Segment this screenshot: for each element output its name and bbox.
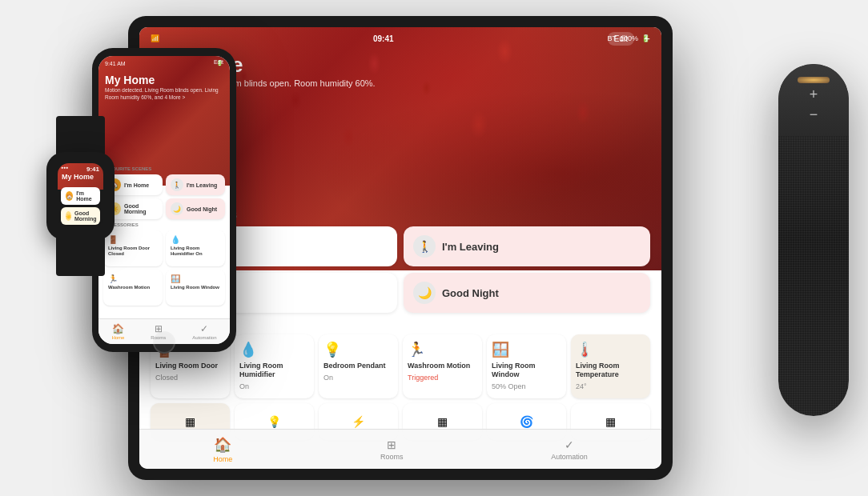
watch-screen: ●●● 9:41 My Home 🏠 I'm Home ☀️ Good Morn…: [58, 163, 103, 229]
iphone-leaving-name: I'm Leaving: [187, 182, 217, 188]
motion-status: Triggered: [408, 374, 477, 382]
iphone-acc-humidifier[interactable]: 💧 Living Room Humidifier On: [166, 230, 225, 266]
iphone-tab-automation-icon: ✓: [200, 323, 208, 334]
humidifier-icon: 💧: [239, 341, 309, 358]
acc-small-icon-4: ▦: [437, 415, 448, 428]
leaving-scene-icon: 🚶: [413, 235, 436, 258]
iphone-night-icon: 🌙: [171, 202, 183, 215]
iphone-status-time: 9:41 AM: [105, 61, 126, 66]
temperature-status: 24°: [576, 382, 645, 390]
watch-scene-morning[interactable]: ☀️ Good Morning: [61, 207, 100, 225]
motion-icon: 🏃: [408, 341, 477, 358]
homepod-light: [798, 77, 830, 83]
pendant-icon: 💡: [323, 341, 393, 358]
ipad-edit-button[interactable]: Edit: [608, 32, 634, 46]
iphone-humidifier-name: Living Room Humidifier On: [171, 246, 220, 257]
window-status: 50% Open: [492, 382, 561, 390]
motion-name: Washroom Motion: [408, 362, 477, 370]
tab-rooms-label: Rooms: [380, 453, 404, 461]
watch-morning-name: Good Morning: [74, 210, 97, 222]
iphone-leaving-icon: 🚶: [171, 178, 183, 191]
tab-automation-label: Automation: [551, 453, 588, 461]
acc-small-icon-6: ▦: [605, 415, 616, 428]
watch-home-name: I'm Home: [76, 190, 95, 202]
temperature-name: Living Room Temperature: [576, 362, 645, 379]
window-name: Living Room Window: [492, 362, 561, 379]
iphone-tab-home[interactable]: 🏠 Home: [111, 323, 124, 340]
accessory-humidifier[interactable]: 💧 Living Room Humidifier On: [235, 334, 314, 398]
tab-home-label: Home: [213, 455, 232, 463]
iphone-motion-icon: 🏃: [108, 274, 158, 283]
iphone-tab-bar: 🏠 Home ⊞ Rooms ✓ Automation: [98, 318, 230, 344]
iphone-title: My Home: [105, 74, 155, 86]
tab-automation[interactable]: ✓ Automation: [551, 438, 588, 461]
iphone-scene-night[interactable]: 🌙 Good Night: [166, 198, 225, 219]
homepod-minus-button[interactable]: −: [810, 106, 818, 123]
ipad-time: 09:41: [373, 34, 394, 43]
accessory-pendant[interactable]: 💡 Bedroom Pendant On: [319, 334, 398, 398]
iphone-home-name: I'm Home: [124, 182, 149, 188]
temperature-icon: 🌡️: [576, 341, 645, 358]
iphone-tab-rooms-icon: ⊞: [155, 323, 163, 334]
tab-home[interactable]: 🏠 Home: [213, 436, 232, 463]
homepod-plus-button[interactable]: +: [810, 86, 818, 103]
wifi-icon: 📶: [151, 34, 159, 42]
scene-card-leaving[interactable]: 🚶 I'm Leaving: [404, 226, 650, 266]
ipad-status-bar: 📶 09:41 BT 100% 🔋: [139, 27, 661, 50]
ipad-add-button[interactable]: +: [644, 32, 650, 45]
acc-small-icon-3: ⚡: [352, 415, 365, 428]
iphone-tab-home-icon: 🏠: [112, 323, 124, 334]
door-status: Closed: [155, 374, 225, 382]
scene-card-goodnight[interactable]: 🌙 Good Night: [404, 273, 650, 313]
apple-watch-device: ●●● 9:41 My Home 🏠 I'm Home ☀️ Good Morn…: [38, 144, 123, 248]
watch-scene-home[interactable]: 🏠 I'm Home: [61, 187, 100, 205]
scene: 📶 09:41 BT 100% 🔋 My Home Motion detecte…: [0, 0, 868, 496]
iphone-humidifier-icon: 💧: [171, 235, 220, 244]
iphone-tab-rooms[interactable]: ⊞ Rooms: [151, 323, 166, 340]
iphone-tab-home-label: Home: [111, 335, 124, 340]
iphone-acc-window[interactable]: 🪟 Living Room Window: [166, 270, 225, 306]
watch-home-icon: 🏠: [66, 191, 73, 201]
door-name: Living Room Door: [155, 362, 225, 370]
watch-signal: ●●●: [61, 165, 68, 170]
iphone-edit-button[interactable]: Edit: [214, 59, 223, 65]
acc-small-icon-1: ▦: [185, 415, 195, 428]
tab-automation-icon: ✓: [565, 438, 574, 451]
humidifier-name: Living Room Humidifier: [239, 362, 309, 379]
watch-band-bottom: [56, 236, 105, 276]
tab-rooms-icon: ⊞: [387, 438, 396, 451]
watch-time: 9:41: [86, 166, 99, 173]
window-icon: 🪟: [492, 341, 561, 358]
pendant-name: Bedroom Pendant: [323, 362, 393, 370]
iphone-tab-automation[interactable]: ✓ Automation: [192, 323, 216, 340]
accessory-window[interactable]: 🪟 Living Room Window 50% Open: [487, 334, 566, 398]
iphone-status-bar: 9:41 AM 🔋: [98, 56, 230, 70]
watch-morning-icon: ☀️: [66, 211, 71, 221]
tab-rooms[interactable]: ⊞ Rooms: [380, 438, 404, 461]
homepod-device: + −: [774, 48, 854, 416]
watch-title: My Home: [62, 173, 94, 181]
homepod-top: + −: [778, 64, 849, 136]
watch-content: 🏠 I'm Home ☀️ Good Morning: [61, 187, 100, 225]
homepod-body: + −: [778, 64, 849, 416]
acc-small-icon-5: 🌀: [520, 415, 533, 428]
watch-body: ●●● 9:41 My Home 🏠 I'm Home ☀️ Good Morn…: [46, 152, 115, 240]
tab-home-icon: 🏠: [214, 436, 231, 454]
acc-small-icon-2: 💡: [267, 415, 281, 428]
iphone-tab-rooms-label: Rooms: [151, 335, 166, 340]
iphone-motion-name: Washroom Motion: [108, 285, 158, 290]
goodnight-scene-name: Good Night: [442, 287, 499, 299]
iphone-window-icon: 🪟: [171, 274, 220, 283]
watch-band-top: [56, 116, 105, 156]
pendant-status: On: [323, 374, 393, 382]
accessory-temperature[interactable]: 🌡️ Living Room Temperature 24°: [571, 334, 650, 398]
leaving-scene-name: I'm Leaving: [442, 241, 499, 253]
iphone-acc-motion[interactable]: 🏃 Washroom Motion: [103, 270, 163, 306]
iphone-subtitle: Motion detected. Living Room blinds open…: [105, 86, 230, 101]
iphone-tab-automation-label: Automation: [192, 335, 216, 340]
ipad-status-left: 📶: [151, 34, 159, 42]
iphone-morning-name: Good Morning: [124, 203, 158, 214]
iphone-scene-leaving[interactable]: 🚶 I'm Leaving: [166, 174, 225, 195]
goodnight-scene-icon: 🌙: [413, 282, 436, 304]
accessory-motion[interactable]: 🏃 Washroom Motion Triggered: [403, 334, 482, 398]
